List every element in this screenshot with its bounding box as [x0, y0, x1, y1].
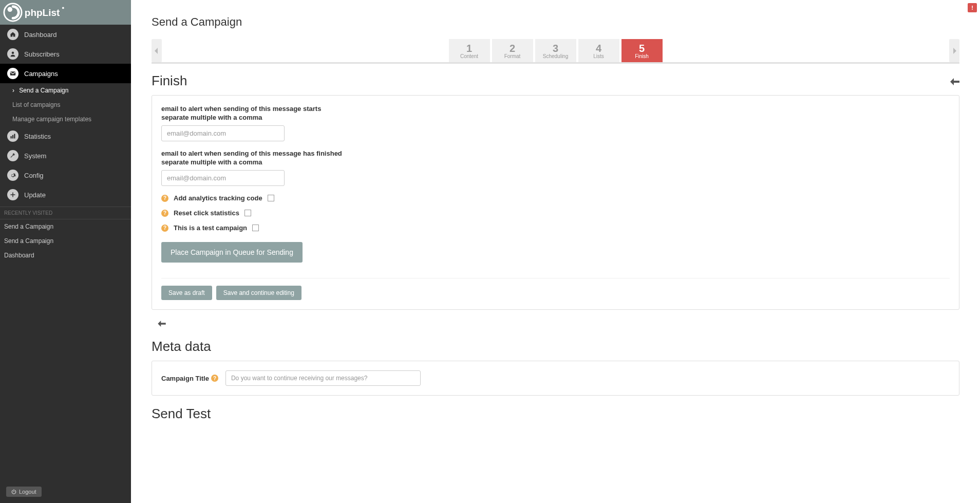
nav-label: Config [24, 172, 44, 179]
gear-icon [7, 170, 18, 181]
analytics-label: Add analytics tracking code [174, 194, 262, 202]
end-alert-input[interactable] [161, 170, 285, 186]
nav-system[interactable]: System [0, 146, 131, 165]
help-icon[interactable]: ? [161, 210, 168, 217]
chart-icon [7, 131, 18, 142]
back-arrow-bottom[interactable] [158, 320, 959, 328]
nav-label: Subscribers [24, 50, 60, 58]
end-alert-sublabel: separate multiple with a comma [161, 158, 950, 166]
wizard-prev-button[interactable] [152, 39, 162, 62]
nav-statistics[interactable]: Statistics [0, 126, 131, 146]
user-icon [7, 48, 18, 60]
tab-label: Content [449, 53, 490, 59]
nav-campaigns[interactable]: Campaigns [0, 64, 131, 83]
analytics-checkbox[interactable] [268, 195, 274, 201]
help-icon[interactable]: ? [211, 375, 218, 382]
metadata-heading: Meta data [152, 339, 211, 355]
subnav-label: List of campaigns [12, 101, 60, 108]
chevron-left-icon [155, 48, 159, 54]
help-icon[interactable]: ? [161, 195, 168, 202]
mail-icon [7, 68, 18, 79]
test-campaign-checkbox[interactable] [252, 225, 259, 231]
alert-icon: ! [971, 5, 973, 11]
wizard-next-button[interactable] [949, 39, 959, 62]
recent-item[interactable]: Send a Campaign [0, 219, 131, 234]
svg-point-1 [8, 7, 12, 12]
nav-label: Dashboard [24, 31, 57, 39]
nav-dashboard[interactable]: Dashboard [0, 25, 131, 44]
nav-update[interactable]: Update [0, 185, 131, 204]
nav-label: System [24, 152, 46, 160]
svg-rect-5 [10, 71, 16, 76]
help-icon[interactable]: ? [161, 225, 168, 232]
nav-label: Statistics [24, 133, 51, 140]
reset-stats-checkbox[interactable] [244, 210, 251, 216]
reset-stats-label: Reset click statistics [174, 209, 239, 217]
campaign-title-input[interactable] [225, 370, 421, 386]
back-arrow-top[interactable] [950, 73, 959, 89]
tab-number: 2 [492, 43, 533, 53]
tab-number: 4 [578, 43, 619, 53]
plus-icon [7, 189, 18, 200]
sidebar: phpList Dashboard Subscribers Campaigns … [0, 0, 131, 438]
finish-panel: email to alert when sending of this mess… [152, 95, 959, 310]
arrow-left-icon [158, 321, 166, 327]
save-continue-button[interactable]: Save and continue editing [216, 286, 301, 300]
chevron-right-icon: › [12, 87, 17, 94]
chevron-right-icon [952, 48, 956, 54]
save-draft-button[interactable]: Save as draft [161, 286, 212, 300]
tab-label: Scheduling [535, 53, 576, 59]
svg-point-4 [12, 52, 14, 54]
svg-point-3 [62, 7, 64, 9]
recent-item[interactable]: Dashboard [0, 248, 131, 263]
recent-item[interactable]: Send a Campaign [0, 234, 131, 248]
nav-config[interactable]: Config [0, 165, 131, 185]
svg-rect-6 [11, 136, 12, 139]
home-icon [7, 29, 18, 40]
end-alert-label: email to alert when sending of this mess… [161, 150, 950, 157]
svg-rect-7 [12, 135, 13, 139]
test-campaign-label: This is a test campaign [174, 224, 247, 232]
page-title: Send a Campaign [152, 15, 959, 29]
subnav-send-campaign[interactable]: › Send a Campaign [0, 83, 131, 98]
tab-number: 5 [621, 43, 663, 53]
tab-number: 1 [449, 43, 490, 53]
svg-text:phpList: phpList [25, 7, 60, 18]
campaign-title-label: Campaign Title [161, 375, 209, 382]
tab-label: Format [492, 53, 533, 59]
wizard-tabs: 1 Content 2 Format 3 Scheduling 4 Lists … [152, 39, 959, 64]
sendtest-heading: Send Test [152, 406, 211, 422]
tab-lists[interactable]: 4 Lists [578, 39, 619, 62]
metadata-panel: Campaign Title ? [152, 361, 959, 396]
nav-label: Update [24, 191, 46, 199]
tab-finish[interactable]: 5 Finish [621, 39, 663, 62]
wrench-icon [7, 150, 18, 161]
phplist-logo-icon: phpList [3, 3, 71, 22]
nav: Dashboard Subscribers Campaigns › Send a… [0, 25, 131, 438]
arrow-left-icon [950, 78, 959, 85]
nav-label: Campaigns [24, 70, 58, 78]
tab-label: Lists [578, 53, 619, 59]
alert-badge[interactable]: ! [968, 3, 977, 12]
start-alert-input[interactable] [161, 125, 285, 141]
start-alert-sublabel: separate multiple with a comma [161, 114, 950, 121]
finish-heading: Finish [152, 73, 187, 89]
subnav-label: Manage campaign templates [12, 116, 91, 123]
main-content: Send a Campaign 1 Content 2 Format 3 Sch… [131, 0, 980, 438]
subnav-manage-templates[interactable]: Manage campaign templates [0, 112, 131, 126]
start-alert-label: email to alert when sending of this mess… [161, 105, 950, 113]
svg-rect-8 [14, 134, 15, 139]
logo[interactable]: phpList [0, 0, 131, 25]
recent-section-label: RECENTLY VISITED [0, 207, 131, 219]
subnav-label: Send a Campaign [19, 87, 68, 94]
tab-label: Finish [621, 53, 663, 59]
subnav-list-campaigns[interactable]: List of campaigns [0, 98, 131, 112]
nav-subscribers[interactable]: Subscribers [0, 44, 131, 64]
tab-number: 3 [535, 43, 576, 53]
tab-scheduling[interactable]: 3 Scheduling [535, 39, 576, 62]
tab-content[interactable]: 1 Content [449, 39, 490, 62]
tab-format[interactable]: 2 Format [492, 39, 533, 62]
queue-campaign-button[interactable]: Place Campaign in Queue for Sending [161, 242, 303, 263]
